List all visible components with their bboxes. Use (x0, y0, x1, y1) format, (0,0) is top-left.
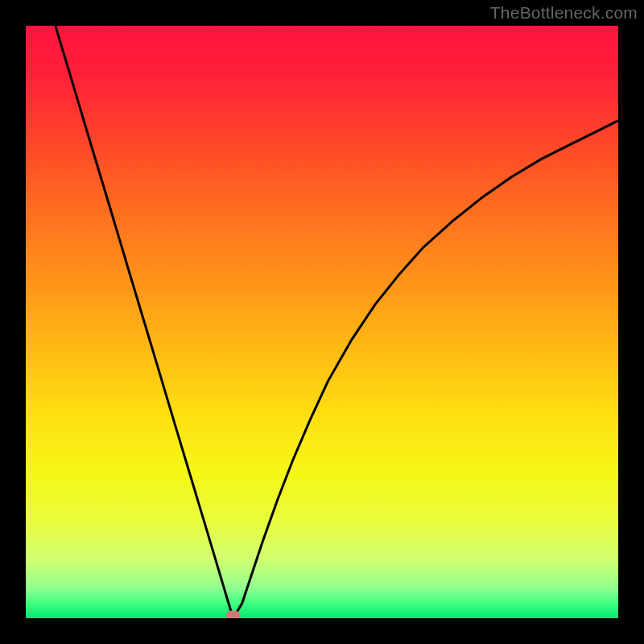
chart-frame: TheBottleneck.com (0, 0, 644, 644)
chart-plot (26, 26, 618, 618)
gradient-background (26, 26, 618, 618)
source-label: TheBottleneck.com (490, 3, 638, 23)
